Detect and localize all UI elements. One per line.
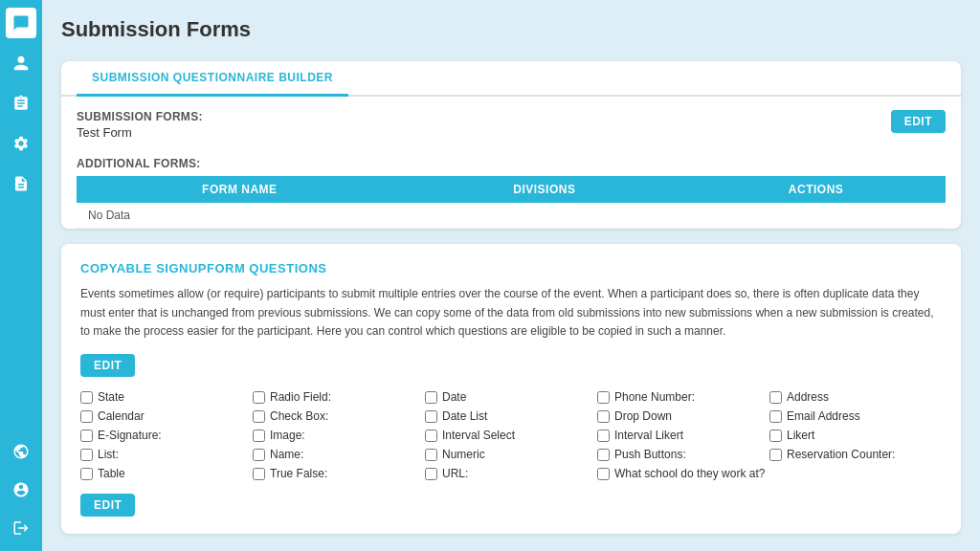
checkbox-interval-select-input[interactable] — [425, 430, 437, 442]
checkbox-push-buttons-input[interactable] — [597, 449, 610, 461]
checkbox-state-label: State — [98, 390, 124, 404]
col-form-name: FORM NAME — [77, 176, 403, 203]
checkbox-interval-likert-input[interactable] — [597, 430, 610, 442]
checkbox-likert-label: Likert — [787, 429, 814, 442]
checkbox-state: State — [80, 390, 253, 404]
tab-bar: SUBMISSION QUESTIONNAIRE BUILDER — [61, 61, 961, 97]
checkbox-date-list-input[interactable] — [425, 410, 437, 423]
checkbox-date-input[interactable] — [425, 391, 437, 404]
checkbox-phone-number-input[interactable] — [597, 391, 610, 404]
checkbox-e-signature-label: E-Signature: — [98, 429, 162, 442]
checkbox-list-input[interactable] — [80, 449, 93, 461]
checkbox-likert-input[interactable] — [769, 430, 782, 442]
globe-icon[interactable] — [6, 436, 36, 467]
gear-icon[interactable] — [6, 128, 36, 159]
checkbox-table-label: Table — [98, 467, 125, 480]
edit-button-top[interactable]: EDIT — [891, 110, 946, 133]
checkbox-phone-number: Phone Number: — [597, 390, 769, 404]
checkbox-table: Table — [80, 467, 253, 480]
checkbox-interval-likert: Interval Likert — [597, 429, 769, 442]
checkbox-grid: State Radio Field: Date Phone Number: Ad… — [80, 390, 942, 480]
checkbox-calendar-label: Calendar — [98, 409, 145, 423]
divisions-cell — [403, 203, 686, 229]
page-title: Submission Forms — [61, 17, 961, 42]
checkbox-drop-down-label: Drop Down — [614, 409, 672, 423]
checkbox-drop-down-input[interactable] — [597, 410, 610, 423]
checkbox-name-label: Name: — [270, 448, 303, 461]
checkbox-email-address: Email Address — [769, 409, 942, 423]
checkbox-calendar-input[interactable] — [80, 410, 93, 423]
tab-submission-questionnaire[interactable]: SUBMISSION QUESTIONNAIRE BUILDER — [77, 61, 348, 97]
checkbox-calendar: Calendar — [80, 409, 253, 423]
checkbox-radio-field-input[interactable] — [253, 391, 265, 404]
checkbox-list: List: — [80, 448, 253, 461]
checkbox-interval-likert-label: Interval Likert — [614, 429, 683, 442]
main-content: Submission Forms SUBMISSION QUESTIONNAIR… — [42, 0, 980, 551]
checkbox-url: URL: — [425, 467, 597, 480]
checkbox-true-false-input[interactable] — [253, 468, 265, 480]
checkbox-date-list-label: Date List — [442, 409, 487, 423]
sidebar — [0, 0, 42, 551]
checkbox-push-buttons: Push Buttons: — [597, 448, 769, 461]
copyable-questions-card: COPYABLE SIGNUPFORM QUESTIONS Events som… — [61, 244, 961, 534]
checkbox-table-input[interactable] — [80, 468, 93, 480]
edit-button-copyable-bottom[interactable]: EDIT — [80, 494, 135, 517]
checkbox-empty — [769, 467, 942, 480]
checkbox-url-input[interactable] — [425, 468, 437, 480]
checkbox-email-address-label: Email Address — [787, 409, 860, 423]
checkbox-email-address-input[interactable] — [769, 410, 782, 423]
clipboard-icon[interactable] — [6, 88, 36, 119]
no-data-cell: No Data — [77, 203, 403, 229]
actions-cell — [686, 203, 946, 229]
logout-icon[interactable] — [6, 513, 36, 543]
checkbox-e-signature: E-Signature: — [80, 429, 253, 442]
checkbox-school: What school do they work at? — [597, 467, 769, 480]
checkbox-e-signature-input[interactable] — [80, 430, 93, 442]
user-circle-icon[interactable] — [6, 474, 36, 505]
checkbox-check-box: Check Box: — [253, 409, 425, 423]
checkbox-date-label: Date — [442, 390, 466, 404]
checkbox-school-input[interactable] — [597, 468, 610, 480]
checkbox-check-box-label: Check Box: — [270, 409, 328, 423]
checkbox-likert: Likert — [769, 429, 942, 442]
submission-forms-label: SUBMISSION FORMS: — [77, 110, 203, 123]
submission-forms-section: SUBMISSION FORMS: Test Form — [77, 110, 203, 147]
section-title: COPYABLE SIGNUPFORM QUESTIONS — [80, 261, 942, 276]
col-divisions: DIVISIONS — [403, 176, 686, 203]
checkbox-state-input[interactable] — [80, 391, 93, 404]
checkbox-reservation-counter-label: Reservation Counter: — [787, 448, 895, 461]
checkbox-radio-field-label: Radio Field: — [270, 390, 331, 404]
checkbox-url-label: URL: — [442, 467, 468, 480]
submission-forms-card: SUBMISSION QUESTIONNAIRE BUILDER SUBMISS… — [61, 61, 961, 229]
checkbox-interval-select: Interval Select — [425, 429, 597, 442]
col-actions: ACTIONS — [686, 176, 946, 203]
checkbox-true-false-label: True False: — [270, 467, 327, 480]
checkbox-numeric-label: Numeric — [442, 448, 485, 461]
checkbox-reservation-counter: Reservation Counter: — [769, 448, 942, 461]
checkbox-numeric: Numeric — [425, 448, 597, 461]
edit-button-copyable-top[interactable]: EDIT — [80, 354, 135, 377]
checkbox-image-input[interactable] — [253, 430, 265, 442]
checkbox-radio-field: Radio Field: — [253, 390, 425, 404]
checkbox-drop-down: Drop Down — [597, 409, 769, 423]
card1-body: SUBMISSION FORMS: Test Form EDIT ADDITIO… — [61, 97, 961, 229]
checkbox-image: Image: — [253, 429, 425, 442]
checkbox-numeric-input[interactable] — [425, 449, 437, 461]
chat-icon[interactable] — [6, 8, 36, 38]
checkbox-address-input[interactable] — [769, 391, 782, 404]
checkbox-name: Name: — [253, 448, 425, 461]
submission-forms-row: SUBMISSION FORMS: Test Form EDIT — [77, 110, 946, 147]
description-text: Events sometimes allow (or require) part… — [80, 285, 942, 341]
checkbox-date: Date — [425, 390, 597, 404]
document-icon[interactable] — [6, 168, 36, 199]
checkbox-image-label: Image: — [270, 429, 305, 442]
checkbox-check-box-input[interactable] — [253, 410, 265, 423]
checkbox-reservation-counter-input[interactable] — [769, 449, 782, 461]
person-icon[interactable] — [6, 48, 36, 78]
checkbox-list-label: List: — [98, 448, 119, 461]
table-row: No Data — [77, 203, 946, 229]
checkbox-phone-number-label: Phone Number: — [614, 390, 695, 404]
test-form-value: Test Form — [77, 125, 203, 140]
checkbox-interval-select-label: Interval Select — [442, 429, 515, 442]
checkbox-name-input[interactable] — [253, 449, 265, 461]
